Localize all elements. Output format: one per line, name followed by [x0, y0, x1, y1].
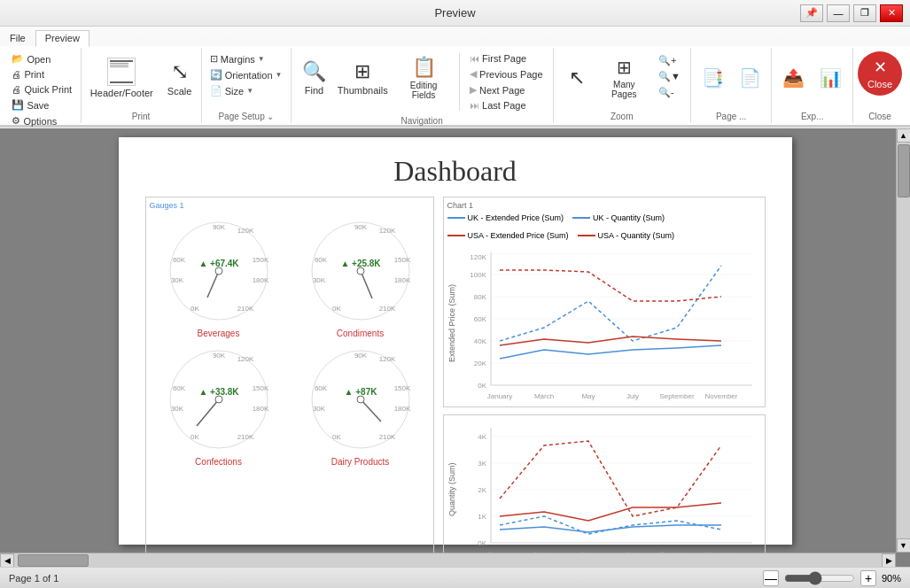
- tab-file[interactable]: File: [0, 30, 35, 46]
- status-right: — + 90%: [763, 570, 901, 586]
- cursor-button[interactable]: ↖: [559, 51, 595, 104]
- svg-text:March: March: [533, 392, 553, 400]
- print-button[interactable]: 🖨 Print: [7, 67, 76, 81]
- cursor-icon: ↖: [569, 66, 585, 89]
- navigation-label: Navigation: [297, 114, 548, 126]
- svg-text:May: May: [581, 550, 595, 553]
- zoom-in-button[interactable]: 🔍+: [654, 53, 685, 68]
- svg-text:▲ +25.8K: ▲ +25.8K: [340, 259, 381, 268]
- export-button-1[interactable]: 📤: [776, 51, 812, 104]
- svg-text:180K: 180K: [252, 276, 268, 284]
- last-page-button[interactable]: ⏭ Last Page: [465, 98, 548, 112]
- svg-text:30K: 30K: [312, 276, 325, 284]
- many-pages-button[interactable]: ⊞ Many Pages: [596, 51, 652, 104]
- svg-text:November: November: [704, 550, 737, 553]
- svg-text:60K: 60K: [314, 256, 327, 264]
- hf-line-3: [110, 66, 128, 67]
- page-content: 📑 📄: [695, 50, 767, 110]
- horizontal-scrollbar[interactable]: ◀ ▶: [0, 553, 896, 567]
- ribbon-content: 📂 Open 🖨 Print 🖨 Quick Print 💾 Save: [0, 46, 910, 126]
- export-button-2[interactable]: 📊: [813, 51, 849, 104]
- tab-preview[interactable]: Preview: [35, 30, 89, 47]
- legend-uk-qty: UK - Quantity (Sum): [572, 213, 665, 222]
- page-info: Page 1 of 1: [9, 573, 58, 584]
- svg-text:0K: 0K: [191, 433, 199, 441]
- svg-line-45: [361, 399, 381, 422]
- next-page-button[interactable]: ▶ Next Page: [465, 82, 548, 97]
- open-button[interactable]: 📂 Open: [7, 51, 76, 66]
- svg-text:150K: 150K: [393, 256, 410, 264]
- zoom-dropdown-button[interactable]: 🔍▼: [654, 69, 685, 84]
- zoom-in-status-button[interactable]: +: [860, 570, 876, 586]
- editing-fields-button[interactable]: 📋 Editing Fields: [393, 51, 454, 104]
- svg-text:60K: 60K: [314, 384, 327, 392]
- save-button[interactable]: 💾 Save: [7, 97, 76, 112]
- zoom-slider[interactable]: [784, 571, 855, 585]
- header-footer-button[interactable]: Header/Footer: [84, 51, 159, 104]
- gauge-condiments: 90K 120K 150K 180K 210K 0K 30K 60K ▲ +: [292, 213, 430, 338]
- svg-text:▲ +33.8K: ▲ +33.8K: [198, 387, 239, 397]
- svg-text:120K: 120K: [237, 355, 253, 363]
- gauge-svg-condiments: 90K 120K 150K 180K 210K 0K 30K 60K ▲ +: [303, 213, 418, 329]
- svg-text:2K: 2K: [478, 486, 486, 494]
- scroll-up-button[interactable]: ▲: [897, 128, 911, 143]
- scroll-thumb-h[interactable]: [18, 554, 89, 567]
- first-page-button[interactable]: ⏮ First Page: [465, 51, 548, 66]
- scroll-left-button[interactable]: ◀: [0, 553, 14, 568]
- gauge-svg-dairy: 90K 120K 150K 180K 210K 0K 30K 60K ▲ +: [303, 342, 418, 457]
- gauge-label-condiments: Condiments: [337, 329, 384, 338]
- svg-text:90K: 90K: [212, 352, 225, 360]
- svg-text:May: May: [581, 392, 595, 400]
- svg-point-34: [215, 396, 222, 403]
- extended-price-chart: 0K 20K 40K 60K 80K 100K: [460, 244, 761, 403]
- pin-button[interactable]: 📌: [800, 4, 823, 22]
- legend-usa-ext: USA - Extended Price (Sum): [447, 231, 569, 240]
- scroll-right-button[interactable]: ▶: [882, 553, 896, 568]
- svg-text:▲ +87K: ▲ +87K: [344, 387, 377, 397]
- scale-icon: ⤡: [171, 59, 189, 84]
- options-button[interactable]: ⚙ Options: [7, 113, 76, 128]
- minimize-button[interactable]: —: [827, 4, 850, 22]
- group-zoom: ↖ ⊞ Many Pages 🔍+ 🔍▼ 🔍-: [554, 48, 691, 123]
- svg-text:210K: 210K: [378, 305, 395, 313]
- scroll-thumb-v[interactable]: [898, 144, 910, 197]
- svg-point-10: [215, 267, 222, 275]
- svg-text:30K: 30K: [170, 405, 183, 413]
- scale-button[interactable]: ⤡ Scale: [161, 51, 198, 104]
- size-button[interactable]: 📄 Size ▼: [206, 83, 287, 98]
- window-controls: 📌 — ❐ ✕: [800, 4, 903, 22]
- svg-line-21: [361, 271, 372, 298]
- close-preview-button[interactable]: ✕ Close: [858, 51, 902, 96]
- page-button-1[interactable]: 📑: [695, 51, 730, 104]
- close-window-button[interactable]: ✕: [880, 4, 903, 22]
- margins-button[interactable]: ⊡ Margins ▼: [206, 51, 287, 66]
- dashboard-content: Gauges 1 90K 120K 150K 180K 210K: [145, 197, 766, 553]
- scroll-down-button[interactable]: ▼: [897, 538, 911, 553]
- gauge-svg-beverages: 90K 120K 150K 180K 210K 0K 30K 60K: [161, 213, 276, 329]
- legend-usa-qty: USA - Quantity (Sum): [578, 231, 675, 240]
- svg-text:90K: 90K: [354, 352, 367, 360]
- svg-text:180K: 180K: [252, 405, 268, 413]
- zoom-out-button[interactable]: 🔍-: [654, 85, 685, 100]
- thumbnails-button[interactable]: ⊞ Thumbnails: [334, 51, 392, 104]
- find-button[interactable]: 🔍 Find: [297, 51, 332, 104]
- page-setup-expand-icon[interactable]: ⌄: [267, 112, 274, 121]
- svg-text:▲ +67.4K: ▲ +67.4K: [198, 259, 239, 268]
- orientation-button[interactable]: 🔄 Orientation ▼: [206, 67, 287, 82]
- prev-page-icon: ◀: [470, 68, 477, 80]
- find-icon: 🔍: [302, 60, 326, 83]
- quick-print-button[interactable]: 🖨 Quick Print: [7, 82, 76, 97]
- scroll-area: Dashboard Gauges 1 90K 120K: [0, 128, 910, 553]
- legend-label-usa-ext: USA - Extended Price (Sum): [468, 231, 569, 240]
- page-setup-stack: ⊡ Margins ▼ 🔄 Orientation ▼ 📄 Size ▼: [206, 51, 287, 98]
- page-button-2[interactable]: 📄: [732, 51, 767, 104]
- prev-page-button[interactable]: ◀ Previous Page: [465, 66, 548, 81]
- vertical-scrollbar[interactable]: ▲ ▼: [896, 128, 910, 553]
- chart-title-1: Chart 1: [447, 201, 761, 210]
- legend-line-uk-ext: [447, 217, 465, 219]
- zoom-out-status-button[interactable]: —: [763, 570, 779, 586]
- restore-button[interactable]: ❐: [853, 4, 876, 22]
- size-icon: 📄: [210, 85, 222, 97]
- page-setup-label: Page Setup ⌄: [207, 110, 285, 121]
- print-content: Header/Footer ⤡ Scale: [84, 50, 198, 110]
